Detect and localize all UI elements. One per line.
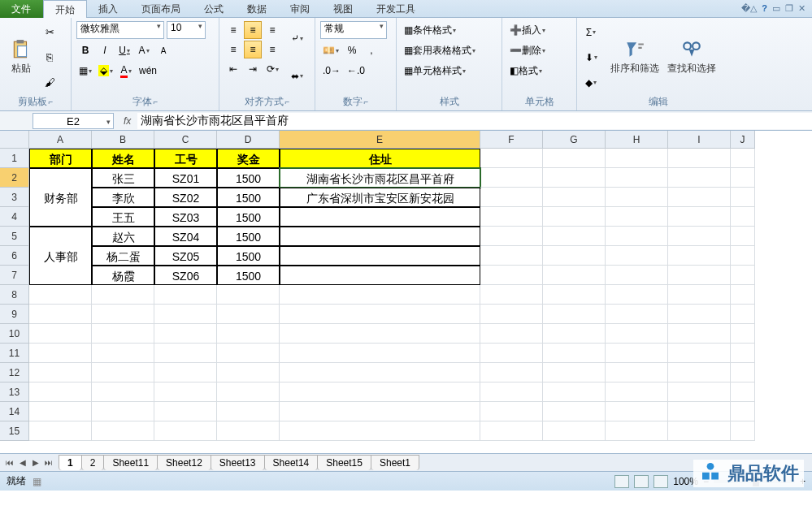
cell-H6[interactable] [606, 246, 668, 266]
cell-E8[interactable] [280, 285, 480, 305]
col-header-C[interactable]: C [154, 131, 217, 149]
col-header-B[interactable]: B [92, 131, 154, 149]
cell-C4[interactable]: SZ03 [154, 207, 217, 227]
cell-I1[interactable] [668, 149, 731, 168]
tab-home[interactable]: 开始 [43, 0, 87, 18]
merge-cells-icon[interactable]: ⬌ [288, 67, 306, 85]
cell-J14[interactable] [731, 402, 755, 421]
percent-icon[interactable]: % [343, 41, 361, 59]
name-box[interactable]: E2 [33, 113, 114, 129]
cell-E2[interactable]: 湖南省长沙市雨花区昌平首府 [280, 168, 480, 188]
cell-B6[interactable]: 杨二蛋 [92, 246, 154, 266]
shrink-font-button[interactable]: A [154, 41, 172, 59]
cell-E12[interactable] [280, 363, 480, 382]
cell-B5[interactable]: 赵六 [92, 227, 154, 246]
cell-D10[interactable] [217, 324, 280, 344]
cell-A13[interactable] [29, 382, 92, 402]
cell-A14[interactable] [29, 402, 92, 421]
cell-D3[interactable]: 1500 [217, 188, 280, 207]
cell-I7[interactable] [668, 266, 731, 285]
table-format-button[interactable]: ▦ 套用表格格式 [402, 41, 478, 59]
cell-F9[interactable] [480, 305, 543, 324]
cell-C3[interactable]: SZ02 [154, 188, 217, 207]
cell-J13[interactable] [731, 382, 755, 402]
cell-B15[interactable] [92, 421, 154, 441]
cell-A11[interactable] [29, 344, 92, 363]
sheet-tab-Sheet11[interactable]: Sheet11 [103, 455, 158, 470]
cell-A5[interactable]: 人事部 [29, 227, 92, 285]
cell-C15[interactable] [154, 421, 217, 441]
cell-F2[interactable] [480, 168, 543, 188]
cell-H14[interactable] [606, 402, 668, 421]
ribbon-collapse-icon[interactable]: �△ [741, 3, 757, 14]
cell-J7[interactable] [731, 266, 755, 285]
cell-J12[interactable] [731, 363, 755, 382]
sheet-tab-Sheet15[interactable]: Sheet15 [317, 455, 371, 470]
cell-D8[interactable] [217, 285, 280, 305]
clear-icon[interactable]: ◆ [582, 74, 600, 92]
formula-input[interactable] [137, 113, 812, 129]
increase-decimal-icon[interactable]: .0→ [320, 62, 343, 80]
cell-C2[interactable]: SZ01 [154, 168, 217, 188]
cell-H8[interactable] [606, 285, 668, 305]
cell-B9[interactable] [92, 305, 154, 324]
restore-icon[interactable]: ❐ [785, 3, 793, 14]
cell-F7[interactable] [480, 266, 543, 285]
cell-B1[interactable]: 姓名 [92, 149, 154, 168]
cell-F4[interactable] [480, 207, 543, 227]
cell-D11[interactable] [217, 344, 280, 363]
cell-I9[interactable] [668, 305, 731, 324]
cell-H12[interactable] [606, 363, 668, 382]
cell-G4[interactable] [543, 207, 606, 227]
cell-B12[interactable] [92, 363, 154, 382]
align-left-icon[interactable]: ≡ [224, 41, 242, 58]
align-middle-icon[interactable]: ≡ [244, 21, 262, 39]
sort-filter-button[interactable]: 排序和筛选 [608, 21, 662, 93]
sheet-tab-Sheet13[interactable]: Sheet13 [211, 455, 265, 470]
cell-I14[interactable] [668, 402, 731, 421]
sheet-tab-Sheet12[interactable]: Sheet12 [157, 455, 211, 470]
cell-G8[interactable] [543, 285, 606, 305]
sheet-tab-2[interactable]: 2 [81, 455, 105, 470]
cell-D13[interactable] [217, 382, 280, 402]
row-header-13[interactable]: 13 [0, 382, 29, 402]
cell-D2[interactable]: 1500 [217, 168, 280, 188]
cell-C1[interactable]: 工号 [154, 149, 217, 168]
fill-color-button[interactable]: ⬙ [96, 62, 115, 80]
cell-J11[interactable] [731, 344, 755, 363]
cell-E6[interactable] [280, 246, 480, 266]
cell-J15[interactable] [731, 421, 755, 441]
cell-G1[interactable] [543, 149, 606, 168]
grow-font-button[interactable]: A [135, 41, 153, 59]
view-layout-icon[interactable] [634, 475, 649, 488]
tab-data[interactable]: 数据 [236, 0, 279, 18]
cell-B7[interactable]: 杨霞 [92, 266, 154, 285]
cell-G13[interactable] [543, 382, 606, 402]
cell-I5[interactable] [668, 227, 731, 246]
cell-C6[interactable]: SZ05 [154, 246, 217, 266]
cell-F8[interactable] [480, 285, 543, 305]
cell-H15[interactable] [606, 421, 668, 441]
autosum-icon[interactable]: Σ [582, 24, 600, 41]
cell-H2[interactable] [606, 168, 668, 188]
tab-nav-prev-icon[interactable]: ◀ [16, 458, 29, 467]
col-header-E[interactable]: E [280, 131, 480, 149]
cell-A15[interactable] [29, 421, 92, 441]
cell-D6[interactable]: 1500 [217, 246, 280, 266]
tab-developer[interactable]: 开发工具 [365, 0, 428, 18]
wrap-text-icon[interactable]: ⤶ [288, 29, 306, 47]
help-icon[interactable]: ? [762, 3, 767, 14]
format-painter-icon[interactable]: 🖌 [41, 75, 59, 91]
cell-A1[interactable]: 部门 [29, 149, 92, 168]
cell-C14[interactable] [154, 402, 217, 421]
cell-B2[interactable]: 张三 [92, 168, 154, 188]
cell-C13[interactable] [154, 382, 217, 402]
cell-G6[interactable] [543, 246, 606, 266]
cell-F14[interactable] [480, 402, 543, 421]
tab-view[interactable]: 视图 [322, 0, 365, 18]
underline-button[interactable]: U [115, 41, 133, 59]
cell-I4[interactable] [668, 207, 731, 227]
col-header-G[interactable]: G [543, 131, 606, 149]
bold-button[interactable]: B [76, 41, 94, 59]
fill-icon[interactable]: ⬇ [582, 49, 600, 67]
